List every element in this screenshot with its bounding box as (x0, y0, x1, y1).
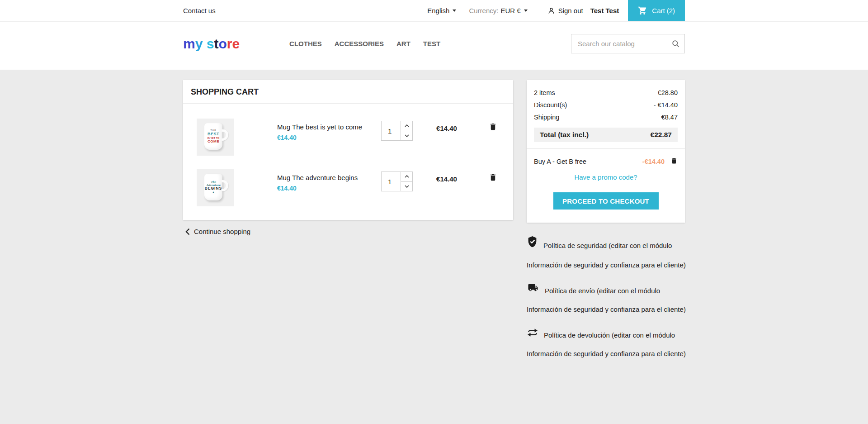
continue-shopping-label: Continue shopping (194, 228, 250, 235)
user-icon (547, 7, 555, 14)
summary-shipping-value: €8.47 (661, 111, 678, 124)
policy-text: Política de envío (editar con el módulo … (527, 287, 686, 313)
chevron-down-icon (524, 10, 528, 12)
quantity-decrease-button[interactable] (401, 182, 412, 191)
total-label: Total (tax incl.) (540, 131, 589, 139)
truck-icon (527, 281, 539, 300)
product-name-link[interactable]: Mug The best is yet to come (277, 123, 381, 131)
language-selector[interactable]: English (427, 7, 456, 14)
voucher-name: Buy A - Get B free (534, 158, 642, 165)
language-selector-label: English (427, 7, 449, 14)
chevron-down-icon (405, 134, 409, 137)
product-name-link[interactable]: Mug The adventure begins (277, 174, 381, 181)
nav-item-accessories[interactable]: ACCESSORIES (335, 40, 384, 48)
continue-shopping-link[interactable]: Continue shopping (185, 228, 250, 235)
voucher-row: Buy A - Get B free -€14.40 (527, 149, 685, 167)
cart-item-row: The Adventure BEGINS ▲ Mug The adventure… (197, 169, 505, 206)
total-value: €22.87 (651, 131, 672, 139)
trash-icon (489, 122, 497, 132)
cart-button-label: Cart (652, 7, 665, 14)
quantity-stepper (381, 121, 413, 141)
quantity-stepper (381, 172, 413, 191)
remove-voucher-button[interactable] (670, 157, 678, 167)
summary-items-label: 2 items (534, 87, 555, 99)
quantity-increase-button[interactable] (401, 121, 412, 131)
mug-best-image: THE BEST IS YET TO COME (197, 119, 234, 156)
cart-count-badge: (2) (667, 7, 675, 14)
account-name-link[interactable]: Test Test (590, 7, 619, 14)
delete-item-button[interactable] (489, 172, 497, 184)
shield-check-icon (527, 235, 538, 255)
summary-items-value: €28.80 (658, 87, 678, 99)
top-bar: Contact us English Currency: EUR € Sign … (0, 0, 868, 22)
chevron-up-icon (405, 175, 409, 178)
delete-item-button[interactable] (489, 122, 497, 133)
site-header: my store CLOTHES ACCESSORIES ART TEST (0, 22, 868, 70)
product-unit-price: €14.40 (277, 185, 381, 192)
page-title: SHOPPING CART (183, 80, 513, 104)
chevron-down-icon (405, 185, 409, 188)
store-logo[interactable]: my store (183, 36, 240, 52)
policy-text: Política de seguridad (editar con el mód… (527, 242, 686, 269)
promo-code-link[interactable]: Have a promo code? (527, 173, 685, 181)
summary-shipping-label: Shipping (534, 111, 559, 124)
mug-print-text: BEST (208, 132, 219, 136)
search-icon[interactable] (671, 39, 680, 48)
main-navigation: CLOTHES ACCESSORIES ART TEST (289, 40, 453, 48)
mug-adventure-image: The Adventure BEGINS ▲ (197, 169, 234, 206)
nav-item-art[interactable]: ART (396, 40, 410, 48)
shipping-policy-item: Política de envío (editar con el módulo … (527, 282, 688, 319)
cart-summary-panel: 2 items €28.80 Discount(s) - €14.40 Ship… (527, 80, 685, 223)
security-policy-item: Política de seguridad (editar con el mód… (527, 236, 688, 274)
cart-icon (638, 6, 647, 15)
product-image[interactable]: THE BEST IS YET TO COME (197, 119, 234, 156)
trash-icon (670, 157, 678, 165)
summary-discount-value: - €14.40 (654, 99, 678, 111)
chevron-up-icon (405, 124, 409, 127)
proceed-to-checkout-button[interactable]: PROCEED TO CHECKOUT (553, 192, 659, 210)
product-image[interactable]: The Adventure BEGINS ▲ (197, 169, 234, 206)
chevron-left-icon (185, 228, 190, 235)
chevron-down-icon (453, 10, 456, 12)
cart-button[interactable]: Cart (2) (628, 0, 685, 21)
reassurance-block: Política de seguridad (editar con el mód… (527, 236, 688, 363)
search-input[interactable] (571, 34, 685, 53)
summary-discount-label: Discount(s) (534, 99, 567, 111)
nav-item-test[interactable]: TEST (423, 40, 440, 48)
contact-us-link[interactable]: Contact us (183, 7, 216, 14)
summary-row-discount: Discount(s) - €14.40 (534, 99, 678, 111)
quantity-decrease-button[interactable] (401, 131, 412, 141)
nav-item-clothes[interactable]: CLOTHES (289, 40, 322, 48)
exchange-arrows-icon (527, 326, 538, 344)
search-box (571, 34, 685, 53)
mug-print-text: COME (208, 139, 219, 143)
quantity-input[interactable] (382, 172, 401, 191)
currency-value: EUR € (500, 7, 520, 14)
product-unit-price: €14.40 (277, 134, 381, 141)
quantity-input[interactable] (382, 121, 401, 140)
summary-row-items: 2 items €28.80 (534, 87, 678, 99)
voucher-discount-value: -€14.40 (642, 158, 665, 165)
line-total: €14.40 (417, 124, 476, 132)
policy-text: Política de devolución (editar con el mó… (527, 331, 686, 357)
summary-total-row: Total (tax incl.) €22.87 (534, 128, 678, 142)
quantity-increase-button[interactable] (401, 172, 412, 182)
mug-print-text: ▲ (212, 191, 215, 194)
return-policy-item: Política de devolución (editar con el mó… (527, 326, 688, 363)
line-total: €14.40 (417, 175, 476, 183)
currency-label: Currency: (469, 7, 498, 14)
cart-item-row: THE BEST IS YET TO COME Mug The best is … (197, 119, 505, 156)
sign-out-link[interactable]: Sign out (547, 7, 583, 14)
currency-selector[interactable]: Currency: EUR € (469, 7, 527, 14)
shopping-cart-panel: SHOPPING CART THE BEST IS YET TO COME (183, 80, 513, 220)
sign-out-label: Sign out (558, 7, 583, 14)
trash-icon (489, 172, 497, 182)
summary-row-shipping: Shipping €8.47 (534, 111, 678, 124)
